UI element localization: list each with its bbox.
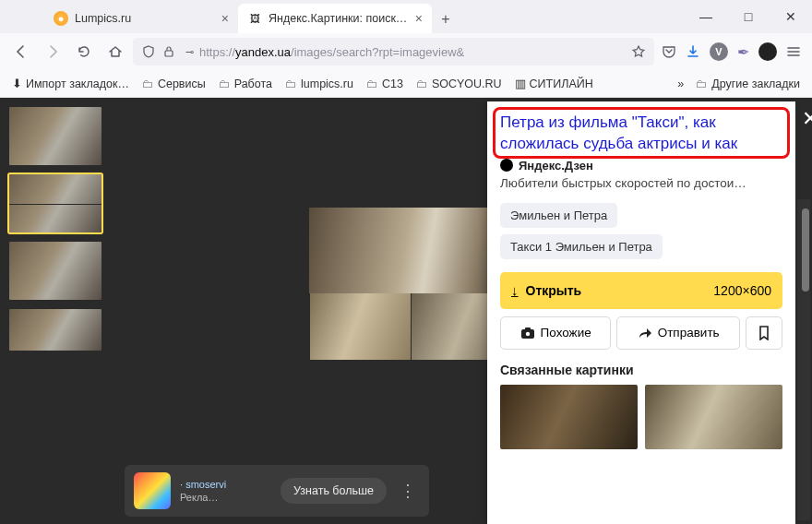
ad-cta-button[interactable]: Узнать больше	[281, 478, 387, 504]
permissions-icon[interactable]: ⊸	[179, 46, 199, 58]
bookmark-folder-work[interactable]: 🗀Работа	[212, 77, 279, 90]
zen-icon	[500, 159, 513, 172]
thumbnail[interactable]	[9, 309, 102, 351]
tab-close-icon[interactable]: ×	[415, 11, 423, 26]
open-button[interactable]: ↓ Открыть 1200×600	[500, 272, 782, 309]
svg-point-2	[525, 332, 529, 336]
bookmark-folder-c13[interactable]: 🗀C13	[360, 77, 410, 90]
toolbar: ⊸ https://yandex.ua/images/search?rpt=im…	[0, 33, 812, 70]
bookmark-folder-socyou[interactable]: 🗀SOCYOU.RU	[410, 77, 508, 90]
extension-v-icon[interactable]: V	[710, 42, 728, 61]
thumbnail[interactable]	[9, 107, 102, 165]
result-source[interactable]: Яндекс.Дзен	[500, 159, 782, 173]
tag[interactable]: Такси 1 Эмильен и Петра	[500, 234, 663, 259]
tab-close-icon[interactable]: ×	[221, 11, 229, 26]
open-label: Открыть	[526, 283, 582, 298]
pocket-icon[interactable]	[662, 44, 676, 59]
tab-favicon: 🖼	[247, 11, 262, 26]
home-button[interactable]	[102, 38, 129, 66]
image-dimensions: 1200×600	[713, 283, 771, 298]
other-bookmarks[interactable]: 🗀Другие закладки	[689, 77, 806, 90]
extension-dot-icon[interactable]	[758, 42, 777, 61]
import-icon: ⬇	[12, 77, 22, 90]
share-icon	[638, 327, 652, 339]
result-title-link[interactable]: Петра из фильма "Такси", как сложилась с…	[500, 113, 782, 155]
send-button[interactable]: Отправить	[616, 316, 740, 350]
ad-text: · smoserviРекла…	[180, 478, 226, 505]
related-images	[500, 385, 782, 449]
image-info-panel: Петра из фильма "Такси", как сложилась с…	[487, 101, 795, 524]
folder-icon: 🗀	[219, 77, 231, 90]
download-icon: ↓	[511, 282, 519, 298]
folder-icon: 🗀	[366, 77, 378, 90]
related-header: Связанные картинки	[500, 363, 782, 377]
close-panel-button[interactable]: ✕	[797, 107, 812, 131]
reload-button[interactable]	[70, 38, 98, 66]
action-row: Похожие Отправить	[500, 316, 782, 350]
tab-label: Lumpics.ru	[75, 12, 216, 25]
tab-favicon: ●	[54, 11, 68, 26]
thumbnail-selected[interactable]	[9, 174, 102, 232]
maximize-button[interactable]: □	[727, 0, 770, 33]
thumbnail-strip	[0, 98, 111, 524]
page-content: · smoserviРекла… Узнать больше ⋮ Петра и…	[0, 98, 812, 524]
url-text: https://yandex.ua/images/search?rpt=imag…	[199, 45, 628, 59]
forward-button[interactable]	[39, 38, 66, 66]
svg-rect-0	[165, 51, 173, 56]
ad-logo-icon	[134, 472, 171, 509]
bookmarks-overflow-button[interactable]: »	[677, 77, 684, 90]
tab-lumpics[interactable]: ● Lumpics.ru ×	[44, 4, 238, 33]
new-tab-button[interactable]: +	[432, 6, 460, 33]
bookmark-icon	[758, 326, 770, 340]
ad-more-icon[interactable]: ⋮	[396, 481, 420, 501]
folder-icon: 🗀	[285, 77, 297, 90]
tag-list: Эмильен и Петра Такси 1 Эмильен и Петра	[500, 203, 782, 259]
folder-icon: 🗀	[416, 77, 428, 90]
related-image[interactable]	[645, 385, 782, 449]
ad-banner: · smoserviРекла… Узнать больше ⋮	[125, 465, 429, 517]
camera-icon	[520, 327, 535, 339]
shield-icon[interactable]	[138, 45, 159, 58]
toolbar-right: V ✒	[658, 42, 805, 61]
result-description: Любители быстрых скоростей по достои…	[500, 176, 782, 190]
bookmark-cityline[interactable]: ▥СИТИЛАЙН	[508, 77, 600, 90]
similar-button[interactable]: Похожие	[500, 316, 611, 350]
minimize-button[interactable]: —	[685, 0, 727, 33]
site-icon: ▥	[515, 77, 526, 90]
download-icon[interactable]	[686, 44, 700, 59]
star-icon[interactable]	[628, 44, 649, 59]
image-viewer: · smoserviРекла… Узнать больше ⋮ Петра и…	[0, 98, 812, 524]
tab-yandex-images[interactable]: 🖼 Яндекс.Картинки: поиск похож ×	[238, 4, 432, 33]
bookmark-folder-lumpics[interactable]: 🗀lumpics.ru	[279, 77, 360, 90]
menu-icon[interactable]	[786, 44, 801, 59]
bookmarks-bar: ⬇Импорт закладок… 🗀Сервисы 🗀Работа 🗀lump…	[0, 70, 812, 98]
address-bar[interactable]: ⊸ https://yandex.ua/images/search?rpt=im…	[133, 38, 654, 66]
folder-icon: 🗀	[142, 77, 154, 90]
svg-rect-3	[525, 328, 531, 330]
tag[interactable]: Эмильен и Петра	[500, 203, 617, 228]
bookmark-button[interactable]	[746, 316, 782, 350]
scrollbar-thumb[interactable]	[802, 208, 809, 292]
bookmark-folder-services[interactable]: 🗀Сервисы	[136, 77, 212, 90]
window-close-button[interactable]: ✕	[770, 0, 812, 33]
thumbnail[interactable]	[9, 242, 102, 300]
bookmark-import[interactable]: ⬇Импорт закладок…	[6, 77, 136, 90]
tab-label: Яндекс.Картинки: поиск похож	[269, 12, 410, 25]
lock-icon[interactable]	[159, 45, 179, 58]
feather-icon[interactable]: ✒	[737, 43, 749, 61]
folder-icon: 🗀	[696, 77, 708, 90]
back-button[interactable]	[7, 38, 35, 66]
window-controls: — □ ✕	[685, 0, 812, 33]
related-image[interactable]	[500, 385, 638, 449]
